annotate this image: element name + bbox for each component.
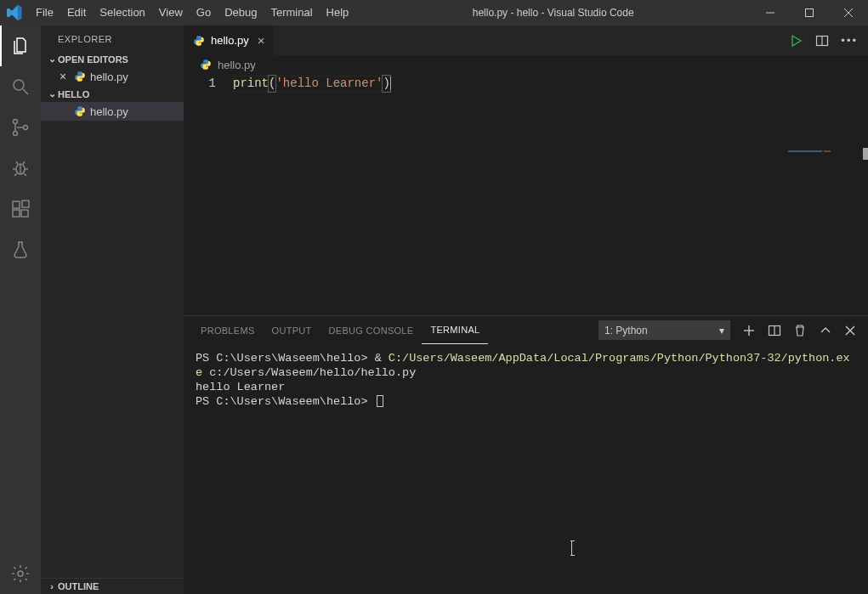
activity-test[interactable] <box>0 229 41 270</box>
panel-tab-problems[interactable]: PROBLEMS <box>192 316 264 344</box>
run-icon[interactable] <box>790 34 803 48</box>
minimap[interactable] <box>788 148 856 165</box>
terminal-selector[interactable]: 1: Python ▾ <box>599 320 730 340</box>
chevron-down-icon: ⌄ <box>46 88 58 99</box>
trash-icon[interactable] <box>793 324 807 337</box>
open-editors-header[interactable]: ⌄ OPEN EDITORS <box>41 51 184 67</box>
folder-label: HELLO <box>58 89 89 99</box>
code-line[interactable]: 1 print('hello Learner') <box>184 76 868 92</box>
menu-file[interactable]: File <box>29 0 60 25</box>
breadcrumb-file: hello.py <box>218 59 256 71</box>
new-terminal-icon[interactable] <box>742 324 756 337</box>
open-editors-label: OPEN EDITORS <box>58 54 128 65</box>
panel: PROBLEMS OUTPUT DEBUG CONSOLE TERMINAL 1… <box>184 315 868 594</box>
terminal-cursor <box>377 395 383 407</box>
svg-rect-10 <box>13 201 20 208</box>
terminal-body[interactable]: PS C:\Users\Waseem\hello> & C:/Users/Was… <box>184 344 868 594</box>
window-controls <box>751 0 868 25</box>
sidebar-title: EXPLORER <box>41 25 184 51</box>
menu-debug[interactable]: Debug <box>218 0 264 25</box>
tab-filename: hello.py <box>211 34 249 47</box>
panel-tab-output[interactable]: OUTPUT <box>264 316 321 344</box>
code-editor[interactable]: 1 print('hello Learner') <box>184 74 868 315</box>
svg-point-6 <box>14 120 18 124</box>
more-icon[interactable]: ••• <box>841 34 858 47</box>
side-bar: EXPLORER ⌄ OPEN EDITORS × hello.py ⌄ HEL… <box>41 25 184 594</box>
folder-filename: hello.py <box>90 105 128 118</box>
svg-rect-12 <box>21 210 28 217</box>
svg-rect-1 <box>806 9 814 17</box>
activity-search[interactable] <box>0 66 41 107</box>
panel-tab-bar: PROBLEMS OUTPUT DEBUG CONSOLE TERMINAL 1… <box>184 316 868 344</box>
svg-line-5 <box>23 89 28 94</box>
activity-source-control[interactable] <box>0 107 41 148</box>
editor-cursor <box>390 76 391 90</box>
maximize-button[interactable] <box>790 0 829 25</box>
window-title: hello.py - hello - Visual Studio Code <box>355 7 751 19</box>
close-panel-icon[interactable] <box>844 325 856 337</box>
python-file-icon <box>73 70 87 83</box>
editor-tab[interactable]: hello.py × <box>184 25 275 55</box>
panel-tab-terminal[interactable]: TERMINAL <box>422 316 488 344</box>
python-file-icon <box>192 34 206 48</box>
close-icon[interactable]: × <box>56 70 70 83</box>
menu-edit[interactable]: Edit <box>60 0 93 25</box>
folder-header[interactable]: ⌄ HELLO <box>41 86 184 102</box>
chevron-down-icon: ⌄ <box>46 54 58 65</box>
editor-group: hello.py × ••• hello.py <box>184 25 868 594</box>
outline-label: OUTLINE <box>58 581 99 591</box>
editor-actions: ••• <box>780 25 868 55</box>
svg-rect-11 <box>13 210 20 217</box>
terminal-text: & <box>375 352 389 365</box>
split-editor-icon[interactable] <box>815 34 829 48</box>
activity-extensions[interactable] <box>0 189 41 229</box>
terminal-prompt: PS C:\Users\Waseem\hello> <box>196 395 368 408</box>
outline-header[interactable]: › OUTLINE <box>41 578 184 594</box>
menu-view[interactable]: View <box>152 0 190 25</box>
activity-explorer[interactable] <box>0 25 41 66</box>
menu-go[interactable]: Go <box>190 0 218 25</box>
svg-point-8 <box>24 126 28 130</box>
terminal-selector-label: 1: Python <box>604 325 648 337</box>
titlebar: File Edit Selection View Go Debug Termin… <box>0 0 868 25</box>
svg-point-14 <box>18 571 23 576</box>
open-editor-item[interactable]: × hello.py <box>41 67 184 86</box>
minimize-button[interactable] <box>751 0 790 25</box>
terminal-prompt: PS C:\Users\Waseem\hello> <box>196 352 375 365</box>
vscode-icon <box>0 5 29 20</box>
folder-file-item[interactable]: hello.py <box>41 102 184 121</box>
chevron-right-icon: › <box>46 581 58 591</box>
activity-settings[interactable] <box>0 553 41 594</box>
line-number: 1 <box>184 76 233 92</box>
split-terminal-icon[interactable] <box>768 324 781 337</box>
python-file-icon <box>199 58 213 71</box>
tab-bar: hello.py × ••• <box>184 25 868 55</box>
menu-terminal[interactable]: Terminal <box>264 0 319 25</box>
code-content[interactable]: print('hello Learner') <box>233 76 391 92</box>
menu-help[interactable]: Help <box>320 0 356 25</box>
text-cursor-icon <box>571 541 572 555</box>
menu-selection[interactable]: Selection <box>93 0 151 25</box>
panel-tab-debug-console[interactable]: DEBUG CONSOLE <box>321 316 423 344</box>
activity-bar <box>0 25 41 594</box>
close-icon[interactable]: × <box>254 33 265 48</box>
chevron-down-icon: ▾ <box>719 325 724 337</box>
open-editor-filename: hello.py <box>90 71 128 83</box>
terminal-output: hello Learner <box>196 381 285 393</box>
terminal-arg: c:/Users/Waseem/hello/hello.py <box>202 366 416 379</box>
svg-point-7 <box>14 132 18 136</box>
activity-debug[interactable] <box>0 148 41 189</box>
svg-rect-13 <box>22 201 29 207</box>
svg-point-4 <box>14 80 24 90</box>
breadcrumb[interactable]: hello.py <box>184 55 868 74</box>
menu-bar: File Edit Selection View Go Debug Termin… <box>29 0 355 25</box>
svg-marker-15 <box>792 36 801 46</box>
python-file-icon <box>73 105 87 118</box>
close-button[interactable] <box>829 0 868 25</box>
maximize-panel-icon[interactable] <box>819 324 832 337</box>
